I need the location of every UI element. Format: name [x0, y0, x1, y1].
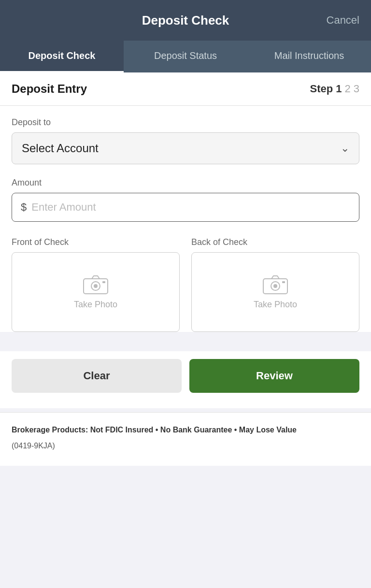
svg-point-2 — [94, 284, 98, 288]
svg-rect-7 — [282, 281, 285, 283]
step-header: Deposit Entry Step 1 2 3 — [0, 72, 371, 106]
back-check-photo-button[interactable]: Take Photo — [191, 252, 359, 332]
tab-mail-instructions[interactable]: Mail Instructions — [247, 41, 371, 72]
section-title: Deposit Entry — [12, 82, 87, 96]
amount-field-wrapper: $ — [12, 193, 359, 222]
back-check-label: Back of Check — [191, 237, 359, 247]
tab-deposit-check[interactable]: Deposit Check — [0, 41, 124, 72]
account-select[interactable]: Select Account ⌄ — [12, 132, 359, 164]
step-3-indicator: 3 — [354, 83, 359, 95]
cancel-button[interactable]: Cancel — [327, 14, 359, 27]
front-check-col: Front of Check Take Photo — [12, 237, 180, 332]
tab-deposit-status[interactable]: Deposit Status — [124, 41, 247, 72]
deposit-to-label: Deposit to — [12, 117, 359, 128]
svg-rect-3 — [102, 281, 105, 283]
chevron-down-icon: ⌄ — [341, 142, 349, 155]
dollar-sign-icon: $ — [21, 201, 27, 214]
step-1-indicator: 1 — [336, 83, 342, 95]
front-check-label: Front of Check — [12, 237, 180, 247]
deposit-form: Deposit to Select Account ⌄ Amount $ Fro… — [0, 106, 371, 332]
footer: Brokerage Products: Not FDIC Insured • N… — [0, 412, 371, 466]
review-button[interactable]: Review — [189, 359, 359, 393]
tab-bar: Deposit Check Deposit Status Mail Instru… — [0, 41, 371, 72]
footer-disclaimer-text: Brokerage Products: Not FDIC Insured • N… — [12, 426, 297, 434]
app-header: Deposit Check Cancel — [0, 0, 371, 41]
front-check-photo-label: Take Photo — [74, 300, 117, 310]
page-title: Deposit Check — [142, 13, 229, 28]
account-select-value: Select Account — [22, 142, 99, 155]
camera-icon-front — [83, 274, 108, 295]
footer-code: (0419-9KJA) — [12, 442, 359, 450]
front-check-photo-button[interactable]: Take Photo — [12, 252, 180, 332]
back-check-col: Back of Check Take Photo — [191, 237, 359, 332]
svg-point-6 — [273, 284, 277, 288]
camera-icon-back — [263, 274, 288, 295]
step-label: Step — [310, 83, 333, 95]
back-check-photo-label: Take Photo — [254, 300, 297, 310]
amount-input[interactable] — [31, 201, 350, 214]
step-2-indicator: 2 — [345, 83, 351, 95]
clear-button[interactable]: Clear — [12, 359, 182, 393]
footer-disclaimer: Brokerage Products: Not FDIC Insured • N… — [12, 424, 359, 436]
amount-label: Amount — [12, 178, 359, 188]
action-buttons: Clear Review — [0, 351, 371, 408]
photo-row: Front of Check Take Photo Back of Check — [12, 237, 359, 332]
step-indicators: Step 1 2 3 — [310, 83, 359, 95]
